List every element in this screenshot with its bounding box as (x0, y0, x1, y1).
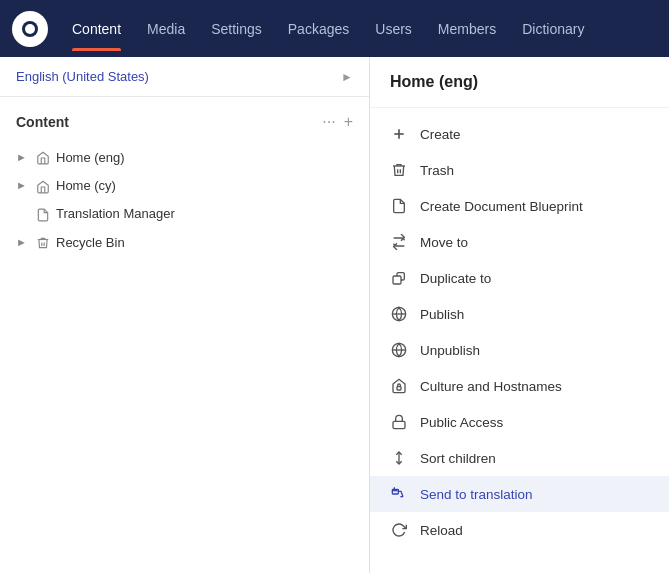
tree-item-label: Recycle Bin (56, 235, 125, 250)
plus-icon (390, 125, 408, 143)
logo[interactable] (12, 11, 48, 47)
expand-arrow-icon: ► (16, 151, 30, 163)
tree-item-label: Home (cy) (56, 178, 116, 193)
home-icon (36, 177, 50, 193)
translate-icon (390, 485, 408, 503)
globe-icon (390, 305, 408, 323)
sort-icon (390, 449, 408, 467)
section-actions: ··· + (322, 113, 353, 131)
menu-item-send-to-translation[interactable]: Send to translation (370, 476, 669, 512)
menu-item-duplicate-to[interactable]: Duplicate to (370, 260, 669, 296)
tree-item[interactable]: ► Home (eng) (0, 143, 369, 171)
menu-item-label: Reload (420, 523, 463, 538)
reload-icon (390, 521, 408, 539)
menu-item-label: Trash (420, 163, 454, 178)
nav-item-settings[interactable]: Settings (199, 15, 274, 43)
doc-icon (36, 206, 50, 222)
tree-items: ► Home (eng)► Home (cy) Translation Mana… (0, 143, 369, 256)
trash-icon (390, 161, 408, 179)
svg-rect-11 (393, 421, 405, 428)
nav-item-users[interactable]: Users (363, 15, 424, 43)
nav-item-dictionary[interactable]: Dictionary (510, 15, 596, 43)
nav-item-packages[interactable]: Packages (276, 15, 361, 43)
tree-item[interactable]: ► Recycle Bin (0, 228, 369, 256)
trash-icon (36, 234, 50, 250)
menu-item-label: Unpublish (420, 343, 480, 358)
doc-icon (390, 197, 408, 215)
menu-item-label: Move to (420, 235, 468, 250)
language-label: English (United States) (16, 69, 149, 84)
section-title: Content (16, 114, 69, 130)
svg-rect-10 (397, 387, 401, 390)
globe-off-icon (390, 341, 408, 359)
expand-arrow-icon (16, 208, 30, 220)
menu-item-label: Sort children (420, 451, 496, 466)
tree-item-label: Translation Manager (56, 206, 175, 221)
ellipsis-button[interactable]: ··· (322, 113, 335, 131)
menu-item-culture-and-hostnames[interactable]: Culture and Hostnames (370, 368, 669, 404)
nav-item-members[interactable]: Members (426, 15, 508, 43)
move-icon (390, 233, 408, 251)
menu-item-label: Send to translation (420, 487, 533, 502)
lock-icon (390, 413, 408, 431)
tree-item[interactable]: Translation Manager (0, 200, 369, 228)
section-header: Content ··· + (0, 109, 369, 143)
menu-item-unpublish[interactable]: Unpublish (370, 332, 669, 368)
tree-item[interactable]: ► Home (cy) (0, 171, 369, 199)
context-title: Home (eng) (370, 57, 669, 108)
tree-item-label: Home (eng) (56, 150, 125, 165)
menu-item-label: Publish (420, 307, 464, 322)
svg-rect-5 (393, 276, 401, 284)
menu-item-label: Create Document Blueprint (420, 199, 583, 214)
lock-house-icon (390, 377, 408, 395)
chevron-right-icon: ► (341, 70, 353, 84)
menu-item-label: Culture and Hostnames (420, 379, 562, 394)
menu-item-create[interactable]: Create (370, 116, 669, 152)
home-icon (36, 149, 50, 165)
context-panel: Home (eng) CreateTrashCreate Document Bl… (370, 57, 669, 573)
duplicate-icon (390, 269, 408, 287)
language-selector[interactable]: English (United States) ► (0, 57, 369, 97)
content-section: Content ··· + ► Home (eng)► Home (cy) Tr… (0, 97, 369, 268)
nav-item-content[interactable]: Content (60, 15, 133, 43)
nav-item-media[interactable]: Media (135, 15, 197, 43)
menu-item-publish[interactable]: Publish (370, 296, 669, 332)
sidebar: English (United States) ► Content ··· + … (0, 57, 370, 573)
menu-item-label: Public Access (420, 415, 503, 430)
menu-item-sort-children[interactable]: Sort children (370, 440, 669, 476)
menu-item-create-document-blueprint[interactable]: Create Document Blueprint (370, 188, 669, 224)
svg-point-2 (25, 24, 35, 34)
expand-arrow-icon: ► (16, 236, 30, 248)
add-button[interactable]: + (344, 113, 353, 131)
menu-item-reload[interactable]: Reload (370, 512, 669, 548)
menu-item-move-to[interactable]: Move to (370, 224, 669, 260)
top-nav: ContentMediaSettingsPackagesUsersMembers… (0, 0, 669, 57)
context-menu-list: CreateTrashCreate Document BlueprintMove… (370, 108, 669, 556)
main-layout: English (United States) ► Content ··· + … (0, 57, 669, 573)
menu-item-trash[interactable]: Trash (370, 152, 669, 188)
expand-arrow-icon: ► (16, 179, 30, 191)
menu-item-label: Create (420, 127, 461, 142)
menu-item-label: Duplicate to (420, 271, 491, 286)
menu-item-public-access[interactable]: Public Access (370, 404, 669, 440)
